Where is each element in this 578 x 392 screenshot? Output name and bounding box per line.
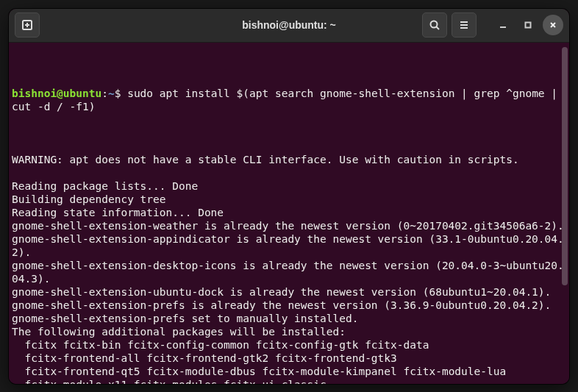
output-line: fcitx-frontend-all fcitx-frontend-gtk2 f…: [12, 352, 566, 365]
output-line: gnome-shell-extension-appindicator is al…: [12, 232, 566, 259]
svg-rect-9: [526, 23, 531, 28]
new-tab-button[interactable]: [15, 13, 40, 38]
output-line: Building dependency tree: [12, 193, 566, 206]
output-line: gnome-shell-extension-prefs is already t…: [12, 299, 566, 312]
window-title: bishnoi@ubuntu: ~: [242, 19, 336, 31]
prompt-user: bishnoi@ubuntu: [12, 88, 101, 99]
close-icon: [549, 21, 557, 29]
output-line: The following additional packages will b…: [12, 325, 566, 338]
new-tab-icon: [21, 19, 33, 31]
svg-line-4: [437, 27, 440, 30]
output-line: fcitx-module-x11 fcitx-modules fcitx-ui-…: [12, 378, 566, 384]
scrollbar[interactable]: [562, 47, 568, 285]
output-line: [12, 166, 566, 179]
output-line: gnome-shell-extension-weather is already…: [12, 219, 566, 232]
output-line: fcitx fcitx-bin fcitx-config-common fcit…: [12, 338, 566, 352]
search-button[interactable]: [422, 13, 447, 38]
output-line: fcitx-frontend-qt5 fcitx-module-dbus fci…: [12, 365, 566, 378]
output-line: [12, 140, 566, 153]
maximize-button[interactable]: [518, 15, 538, 35]
output-line: Reading package lists... Done: [12, 179, 566, 193]
terminal-output: WARNING: apt does not have a stable CLI …: [12, 140, 566, 384]
prompt-dollar: $: [115, 88, 127, 99]
hamburger-icon: [458, 19, 470, 31]
prompt-line: bishnoi@ubuntu:~$ sudo apt install $(apt…: [12, 87, 566, 113]
minimize-icon: [499, 21, 507, 29]
output-line: WARNING: apt does not have a stable CLI …: [12, 153, 566, 166]
terminal-body[interactable]: bishnoi@ubuntu:~$ sudo apt install $(apt…: [9, 43, 569, 384]
output-line: gnome-shell-extension-ubuntu-dock is alr…: [12, 285, 566, 299]
close-button[interactable]: [543, 15, 563, 35]
maximize-icon: [524, 21, 532, 29]
menu-button[interactable]: [452, 13, 477, 38]
terminal-window: bishnoi@ubuntu: ~: [9, 9, 569, 384]
prompt-path: ~: [108, 88, 115, 99]
svg-point-3: [431, 21, 438, 28]
search-icon: [429, 19, 440, 31]
prompt-colon: :: [101, 88, 108, 99]
output-line: gnome-shell-extension-prefs set to manua…: [12, 312, 566, 325]
output-line: gnome-shell-extension-desktop-icons is a…: [12, 259, 566, 285]
titlebar: bishnoi@ubuntu: ~: [9, 9, 569, 43]
minimize-button[interactable]: [493, 15, 513, 35]
output-line: Reading state information... Done: [12, 206, 566, 219]
